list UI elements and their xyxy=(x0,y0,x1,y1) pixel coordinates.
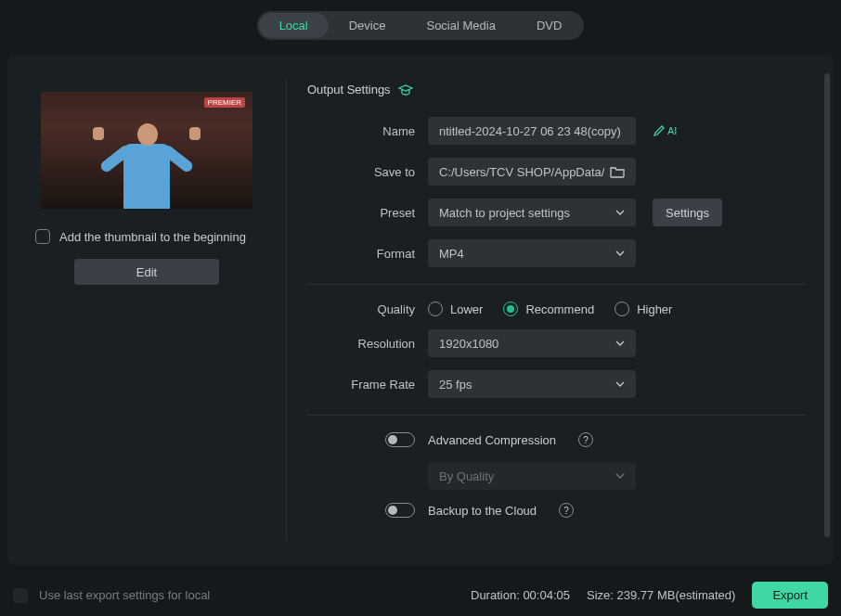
preset-label: Preset xyxy=(307,206,428,220)
format-value: MP4 xyxy=(439,247,464,261)
save-to-label: Save to xyxy=(307,165,428,179)
preset-select[interactable]: Match to project settings xyxy=(428,199,636,226)
add-thumbnail-checkbox[interactable] xyxy=(35,229,50,244)
use-last-settings-label: Use last export settings for local xyxy=(39,588,210,602)
quality-lower-label: Lower xyxy=(450,302,483,316)
thumbnail-figure xyxy=(91,107,202,209)
use-last-settings-row[interactable]: Use last export settings for local xyxy=(13,588,454,603)
quality-lower-radio[interactable]: Lower xyxy=(428,302,483,316)
chevron-down-icon xyxy=(615,250,625,256)
backup-cloud-label: Backup to the Cloud xyxy=(428,504,537,518)
duration-value: 00:04:05 xyxy=(523,588,570,602)
pencil-icon xyxy=(653,124,666,137)
thumbnail-badge: PREMIER xyxy=(204,97,245,108)
advanced-compression-toggle[interactable] xyxy=(385,432,415,447)
tab-device[interactable]: Device xyxy=(329,13,407,38)
export-button[interactable]: Export xyxy=(752,582,828,609)
quality-label: Quality xyxy=(307,302,428,316)
save-to-input[interactable]: C:/Users/TCV SHOP/AppData/ xyxy=(428,158,636,186)
save-to-value: C:/Users/TCV SHOP/AppData/ xyxy=(439,165,604,179)
tab-group: Local Device Social Media DVD xyxy=(257,11,585,40)
quality-higher-radio[interactable]: Higher xyxy=(615,302,672,316)
backup-cloud-row: Backup to the Cloud ? xyxy=(385,503,806,518)
advanced-compression-label: Advanced Compression xyxy=(428,433,556,447)
bottom-bar: Use last export settings for local Durat… xyxy=(0,572,841,616)
compression-mode-select: By Quality xyxy=(428,462,636,490)
preset-settings-button[interactable]: Settings xyxy=(653,199,722,226)
name-label: Name xyxy=(307,124,428,138)
scrollbar[interactable] xyxy=(824,73,830,537)
output-settings-title: Output Settings xyxy=(307,83,806,96)
tab-local[interactable]: Local xyxy=(259,13,329,38)
frame-rate-select[interactable]: 25 fps xyxy=(428,370,636,398)
frame-rate-label: Frame Rate xyxy=(307,378,428,391)
format-select[interactable]: MP4 xyxy=(428,239,636,267)
size-display: Size: 239.77 MB(estimated) xyxy=(587,588,735,602)
quality-recommend-label: Recommend xyxy=(525,302,594,316)
chevron-down-icon xyxy=(615,381,625,387)
duration-display: Duration: 00:04:05 xyxy=(471,588,570,602)
export-tabs: Local Device Social Media DVD xyxy=(0,0,841,47)
video-thumbnail[interactable]: PREMIER xyxy=(41,92,252,209)
resolution-select[interactable]: 1920x1080 xyxy=(428,329,636,357)
output-settings-label: Output Settings xyxy=(307,83,391,96)
divider xyxy=(307,284,806,285)
duration-label: Duration: xyxy=(471,588,520,602)
resolution-value: 1920x1080 xyxy=(439,337,498,351)
quality-recommend-radio[interactable]: Recommend xyxy=(503,302,594,316)
tab-dvd[interactable]: DVD xyxy=(516,13,582,38)
resolution-label: Resolution xyxy=(307,337,428,351)
help-icon[interactable]: ? xyxy=(559,503,574,518)
divider xyxy=(307,415,806,416)
add-thumbnail-checkbox-row[interactable]: Add the thumbnail to the beginning xyxy=(35,229,258,244)
ai-label: AI xyxy=(667,125,677,136)
main-panel: PREMIER Add the thumbnail to the beginni… xyxy=(7,55,834,565)
chevron-down-icon xyxy=(615,340,625,346)
advanced-compression-row: Advanced Compression ? xyxy=(385,432,806,447)
use-last-settings-checkbox[interactable] xyxy=(13,588,28,603)
format-label: Format xyxy=(307,247,428,261)
quality-radio-group: Lower Recommend Higher xyxy=(428,302,672,316)
frame-rate-value: 25 fps xyxy=(439,378,472,391)
tab-social-media[interactable]: Social Media xyxy=(406,13,515,38)
help-icon[interactable]: ? xyxy=(578,432,593,447)
name-input[interactable]: ntitled-2024-10-27 06 23 48(copy) xyxy=(428,117,636,145)
ai-rename-button[interactable]: AI xyxy=(653,124,677,137)
quality-higher-label: Higher xyxy=(637,302,672,316)
size-label: Size: xyxy=(587,588,614,602)
compression-mode-value: By Quality xyxy=(439,469,494,483)
preset-value: Match to project settings xyxy=(439,206,570,220)
size-value: 239.77 MB(estimated) xyxy=(617,588,736,602)
chevron-down-icon xyxy=(615,473,625,479)
folder-icon[interactable] xyxy=(610,165,625,178)
output-settings-column: Output Settings Name ntitled-2024-10-27 … xyxy=(287,55,834,565)
backup-cloud-toggle[interactable] xyxy=(385,503,415,518)
thumbnail-column: PREMIER Add the thumbnail to the beginni… xyxy=(7,55,286,565)
edit-button[interactable]: Edit xyxy=(74,259,219,285)
add-thumbnail-label: Add the thumbnail to the beginning xyxy=(59,230,246,244)
graduation-cap-icon[interactable] xyxy=(398,83,413,96)
chevron-down-icon xyxy=(615,210,625,215)
